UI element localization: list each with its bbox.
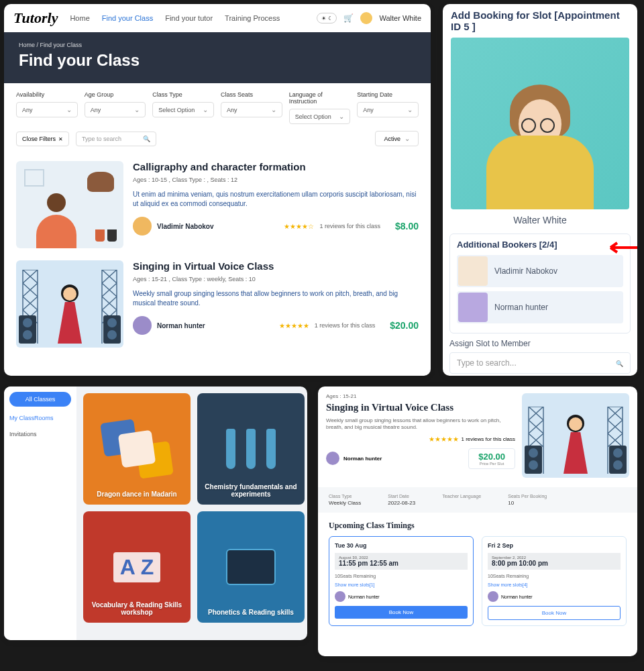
booker-avatar xyxy=(458,293,488,322)
tutor-name[interactable]: Vladimir Nabokov xyxy=(157,223,213,230)
booker-name: Vladimir Nabokov xyxy=(494,266,557,276)
filter-seats[interactable]: Any xyxy=(221,102,282,117)
tutor-name: Norman hunter xyxy=(348,595,380,599)
meta-value: Weekly Class xyxy=(329,500,361,506)
class-grid-card[interactable]: Vocabulary & Reading Skills workshop xyxy=(83,511,191,623)
meta-label: Teacher Language xyxy=(442,494,481,499)
status-filter[interactable]: Active xyxy=(375,131,419,146)
tutor-avatar[interactable] xyxy=(326,452,339,465)
booker-avatar xyxy=(458,256,488,286)
filter-start-date[interactable]: Any xyxy=(357,102,419,117)
add-booking-panel: Add Booking for Slot [Appointment ID 5 ]… xyxy=(443,4,637,376)
logo[interactable]: Tutorly xyxy=(13,9,58,27)
class-thumbnail xyxy=(16,161,123,248)
rating-stars: ★★★★★ xyxy=(279,322,309,329)
filter-availability[interactable]: Any xyxy=(16,102,78,117)
filter-label: Starting Date xyxy=(357,91,419,98)
chevron-down-icon xyxy=(134,106,140,113)
search-input[interactable]: Type to search xyxy=(76,132,156,146)
class-grid: Dragon dance in Madarin Chemistry fundam… xyxy=(83,393,305,623)
meta-label: Seats Per Booking xyxy=(508,494,547,499)
chevron-down-icon xyxy=(405,135,410,142)
book-now-button[interactable]: Book Now xyxy=(488,606,621,620)
filter-label: Class Seats xyxy=(221,91,282,98)
price-label: Price Per Slot xyxy=(478,462,505,466)
slot-day: Fri 2 Sep xyxy=(488,542,621,549)
find-class-panel: Tutorly Home Find your Class Find your t… xyxy=(4,4,431,376)
chevron-down-icon xyxy=(407,106,413,113)
member-name: Walter White xyxy=(443,215,637,225)
slot-day: Tue 30 Aug xyxy=(335,542,468,549)
hero: Home / Find your Class Find your Class xyxy=(4,32,431,83)
user-name[interactable]: Walter White xyxy=(379,14,421,22)
nav-find-tutor[interactable]: Find your tutor xyxy=(165,14,213,22)
chevron-down-icon xyxy=(271,106,276,113)
class-meta: Ages : 15-21 , Class Type : weekly, Seat… xyxy=(133,276,419,282)
filter-label: Language of Instruction xyxy=(289,91,351,105)
nav-find-class[interactable]: Find your Class xyxy=(102,14,153,22)
booker-name: Norman hunter xyxy=(494,303,548,312)
filter-language[interactable]: Select Option xyxy=(289,109,351,124)
meta-value: 2022-08-23 xyxy=(388,500,415,506)
sidebar: All Classes My ClassRooms Invitations xyxy=(4,386,76,640)
section-title: Additional Bookers [2/4] xyxy=(457,240,623,250)
slots-row: Tue 30 Aug August 30, 202211:55 pm 12:55… xyxy=(318,536,637,626)
meta-label: Start Date xyxy=(388,494,415,499)
sidebar-invitations[interactable]: Invitations xyxy=(9,431,71,437)
cart-icon[interactable] xyxy=(343,13,354,23)
class-grid-card[interactable]: Chemistry fundamentals and experiments xyxy=(197,393,305,505)
class-title: Calligraphy and character formation xyxy=(133,161,419,172)
nav-home[interactable]: Home xyxy=(70,14,89,22)
rating-stars: ★★★★☆ xyxy=(284,223,314,230)
filter-label: Availability xyxy=(16,91,78,98)
reviews-count: 1 reviews for this class xyxy=(319,223,380,229)
tutor-avatar xyxy=(335,591,345,602)
tutor-avatar[interactable] xyxy=(133,217,152,236)
price: $20.00 xyxy=(478,452,505,462)
breadcrumb[interactable]: Home / Find your Class xyxy=(19,42,416,48)
sidebar-my-classrooms[interactable]: My ClassRooms xyxy=(9,415,71,421)
reviews-count: 1 reviews for this class xyxy=(462,436,515,442)
class-card[interactable]: Calligraphy and character formation Ages… xyxy=(4,157,431,252)
filter-class-type[interactable]: Select Option xyxy=(152,102,214,117)
seats-remaining: 10Seats Remaining xyxy=(488,574,621,578)
book-now-button[interactable]: Book Now xyxy=(335,606,468,619)
booker-item[interactable]: Vladimir Nabokov xyxy=(457,255,623,287)
panel-title: Add Booking for Slot [Appointment ID 5 ] xyxy=(443,4,637,38)
class-grid-card[interactable]: Dragon dance in Madarin xyxy=(83,393,191,505)
chevron-down-icon xyxy=(203,106,208,113)
slot-card[interactable]: Tue 30 Aug August 30, 202211:55 pm 12:55… xyxy=(329,536,474,626)
class-meta-bar: Class TypeWeekly Class Start Date2022-08… xyxy=(318,487,637,513)
class-ages: Ages : 15-21 xyxy=(326,393,515,399)
filter-label: Age Group xyxy=(85,91,146,98)
close-filters-button[interactable]: Close Filters xyxy=(16,132,69,146)
class-thumbnail xyxy=(522,393,629,478)
class-grid-card[interactable]: Phonetics & Reading skills xyxy=(197,511,305,623)
booker-item[interactable]: Norman hunter xyxy=(457,291,623,323)
all-classes-button[interactable]: All Classes xyxy=(9,392,71,407)
class-meta: Ages : 10-15 , Class Type : , Seats : 12 xyxy=(133,176,419,183)
theme-toggle[interactable]: ☀ ☾ xyxy=(317,13,337,23)
filter-label: Class Type xyxy=(152,91,214,98)
member-search-input[interactable]: Type to search... xyxy=(449,352,631,374)
chevron-down-icon xyxy=(66,106,72,113)
nav-training[interactable]: Training Process xyxy=(225,14,280,22)
tutor-avatar xyxy=(488,591,498,602)
seats-remaining: 10Seats Remaining xyxy=(335,574,468,578)
filter-row-2: Close Filters Type to search Active xyxy=(4,124,431,153)
tutor-name[interactable]: Norman hunter xyxy=(343,456,382,462)
slot-card[interactable]: Fri 2 Sep September 2, 20228:00 pm 10:00… xyxy=(482,536,627,626)
assign-label: Assign Slot to Member xyxy=(449,339,631,348)
class-title: Singing in Virtual Voice Class xyxy=(133,260,419,272)
class-price: $20.00 xyxy=(390,320,419,331)
tutor-avatar[interactable] xyxy=(133,316,152,335)
class-desc: Weekly small group singing lessons that … xyxy=(326,417,515,431)
class-card[interactable]: Singing in Virtual Voice Class Ages : 15… xyxy=(4,256,431,352)
chevron-down-icon xyxy=(339,113,344,120)
close-icon xyxy=(58,136,63,142)
filter-age[interactable]: Any xyxy=(85,102,146,117)
tutor-name[interactable]: Norman hunter xyxy=(157,322,205,329)
show-more-link[interactable]: Show more slots[1] xyxy=(335,582,468,587)
show-more-link[interactable]: Show more slots[4] xyxy=(488,582,621,587)
user-avatar[interactable] xyxy=(360,12,372,24)
